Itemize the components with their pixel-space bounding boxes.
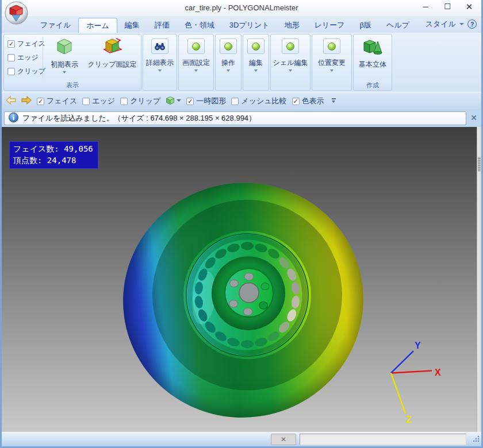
green-orb-icon xyxy=(247,38,264,54)
minimize-button[interactable]: ─ xyxy=(415,0,436,14)
basic-solid-button[interactable]: 基本立体 xyxy=(359,34,386,81)
ribbon-group-create: 基本立体 作成 xyxy=(353,34,392,91)
ribbon-group-display: ✓ フェイス エッジ クリップ xyxy=(3,34,141,91)
info-icon xyxy=(9,113,18,124)
toolbar-edge-checkbox[interactable]: エッジ xyxy=(82,96,115,106)
detail-view-label: 詳細表示 xyxy=(146,58,174,68)
mesh-compare-checkbox[interactable]: メッシュ比較 xyxy=(231,96,286,106)
initial-view-label: 初期表示 xyxy=(51,60,78,69)
maximize-button[interactable]: ☐ xyxy=(436,0,458,14)
back-arrow-icon[interactable] xyxy=(6,96,16,106)
toolbar-clip-checkbox[interactable]: クリップ xyxy=(120,96,160,106)
ribbon-tab-row: ファイル ホーム 編集 評価 色・領域 3Dプリント 地形 レリーフ β版 ヘル… xyxy=(2,16,481,33)
splitter-handle-icon xyxy=(478,157,481,172)
temp-figure-label: 一時図形 xyxy=(196,96,226,106)
toolbar-face-checkbox[interactable]: ✓ フェイス xyxy=(37,96,77,106)
operate-button[interactable]: 操作 xyxy=(215,34,241,91)
detail-view-button[interactable]: 詳細表示 xyxy=(143,34,177,91)
tab-help[interactable]: ヘルプ xyxy=(379,18,417,33)
tab-home[interactable]: ホーム xyxy=(78,18,117,33)
window-title: car_tire.ply - POLYGONALmeister xyxy=(2,0,481,16)
resize-grip-icon[interactable] xyxy=(472,435,480,445)
face-count: フェイス数: 49,056 xyxy=(13,143,93,155)
app-logo-icon[interactable] xyxy=(5,1,28,25)
group-separator xyxy=(43,37,43,79)
check-icon: ✓ xyxy=(9,40,14,47)
axis-triad-icon: X Y Z xyxy=(391,340,441,424)
screen-settings-button[interactable]: 画面設定 xyxy=(178,34,214,91)
tab-3dprint[interactable]: 3Dプリント xyxy=(222,18,277,33)
message-close-button[interactable]: ✕ xyxy=(470,113,477,122)
display-group-caption: 表示 xyxy=(4,81,141,90)
tab-color-region[interactable]: 色・領域 xyxy=(177,18,222,33)
vertex-count: 頂点数: 24,478 xyxy=(13,155,93,166)
tab-relief[interactable]: レリーフ xyxy=(307,18,352,33)
statusbar-field[interactable] xyxy=(300,434,466,445)
message-bar: ファイルを読込みました。（サイズ : 674.698 × 288.195 × 6… xyxy=(2,110,481,127)
toolbar-edge-label: エッジ xyxy=(92,96,115,106)
screen-settings-label: 画面設定 xyxy=(182,58,210,68)
shell-edit-button[interactable]: シェル編集 xyxy=(270,34,310,91)
mesh-compare-label: メッシュ比較 xyxy=(241,96,286,106)
cube-cone-icon xyxy=(363,37,382,59)
help-button[interactable]: ? xyxy=(467,20,477,29)
style-dropdown[interactable]: スタイル xyxy=(425,19,456,29)
dropdown-caret-icon xyxy=(194,69,198,74)
tab-evaluate[interactable]: 評価 xyxy=(147,18,177,33)
clip-plane-label: クリップ面設定 xyxy=(87,60,136,69)
display-mode-dropdown[interactable] xyxy=(166,96,181,107)
color-display-label: 色表示 xyxy=(302,96,324,106)
status-bar: ✕ xyxy=(2,432,481,446)
statusbar-close-button[interactable]: ✕ xyxy=(271,434,296,445)
edge-checkbox-label: エッジ xyxy=(17,53,39,63)
green-cube-icon xyxy=(55,37,74,59)
clip-checkbox[interactable]: クリップ xyxy=(7,67,41,76)
dropdown-caret-icon xyxy=(227,69,230,74)
check-icon: ✓ xyxy=(38,98,43,105)
tab-beta[interactable]: β版 xyxy=(352,18,379,33)
position-change-button[interactable]: 位置変更 xyxy=(312,34,352,91)
green-orb-icon xyxy=(220,38,237,54)
edit-label: 編集 xyxy=(249,58,263,68)
edge-checkbox[interactable]: エッジ xyxy=(7,53,41,63)
viewport-3d[interactable]: X Y Z フェイス数: 49,056 頂点数: 24,478 xyxy=(2,127,481,432)
dropdown-caret-icon xyxy=(177,99,181,104)
axis-z-label: Z xyxy=(406,414,412,424)
forward-arrow-icon[interactable] xyxy=(21,96,32,106)
binoculars-icon xyxy=(151,38,168,54)
clip-checkbox-label: クリップ xyxy=(17,67,45,76)
message-text: ファイルを読込みました。（サイズ : 674.698 × 288.195 × 6… xyxy=(22,113,256,123)
green-orb-icon xyxy=(282,38,299,54)
tire-model: X Y Z xyxy=(2,127,477,432)
axis-x-label: X xyxy=(435,367,441,377)
style-caret-icon xyxy=(459,23,464,28)
app-window: car_tire.ply - POLYGONALmeister ─ ☐ ✕ ファ… xyxy=(0,0,483,448)
face-checkbox[interactable]: ✓ フェイス xyxy=(7,39,41,49)
operate-label: 操作 xyxy=(221,58,235,68)
initial-view-button[interactable]: 初期表示 xyxy=(44,34,85,81)
position-change-label: 位置変更 xyxy=(318,58,346,68)
close-button[interactable]: ✕ xyxy=(458,0,480,14)
side-splitter[interactable] xyxy=(477,127,481,432)
quick-toolbar: ✓ フェイス エッジ クリップ ✓ 一時図形 xyxy=(2,92,481,110)
color-display-checkbox[interactable]: ✓ 色表示 xyxy=(292,96,324,106)
clip-plane-button[interactable]: クリップ面設定 xyxy=(85,34,139,81)
green-orb-icon xyxy=(187,38,205,54)
mesh-stats-overlay: フェイス数: 49,056 頂点数: 24,478 xyxy=(9,141,98,169)
tab-edit[interactable]: 編集 xyxy=(117,18,147,33)
dropdown-caret-icon xyxy=(158,69,162,74)
temp-figure-checkbox[interactable]: ✓ 一時図形 xyxy=(186,96,226,106)
check-icon: ✓ xyxy=(187,98,193,105)
tab-file[interactable]: ファイル xyxy=(33,18,78,33)
wheel-hub xyxy=(212,256,285,330)
edit-button[interactable]: 編集 xyxy=(243,34,269,91)
toolbar-overflow-icon[interactable] xyxy=(332,98,336,105)
check-icon: ✓ xyxy=(293,98,298,105)
title-bar: car_tire.ply - POLYGONALmeister ─ ☐ ✕ xyxy=(2,0,481,16)
dropdown-caret-icon xyxy=(254,69,258,74)
green-orb-icon xyxy=(323,38,340,54)
create-group-caption: 作成 xyxy=(354,81,392,90)
tab-terrain[interactable]: 地形 xyxy=(277,18,307,33)
dropdown-caret-icon xyxy=(330,69,334,74)
ribbon: ✓ フェイス エッジ クリップ xyxy=(2,33,481,92)
